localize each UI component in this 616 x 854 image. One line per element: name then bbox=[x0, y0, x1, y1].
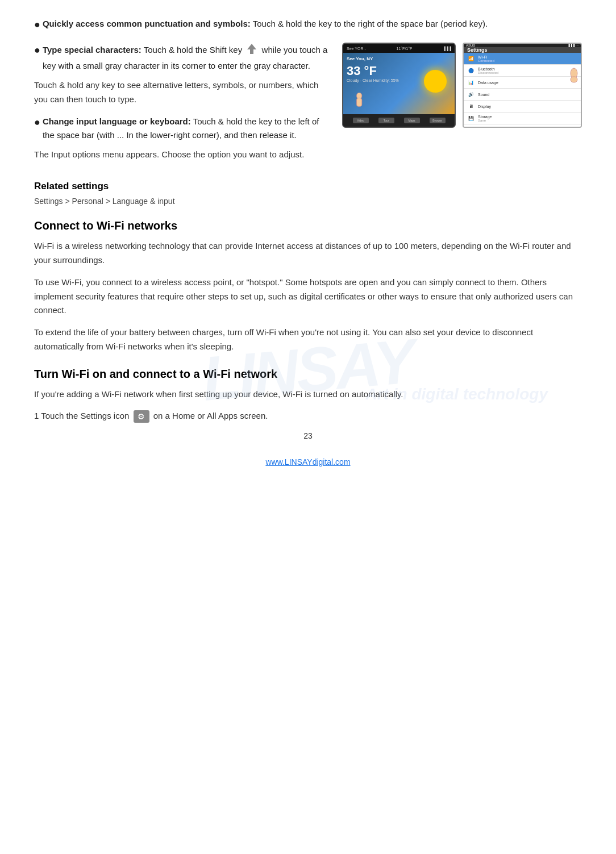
screen1-btn-maps: Maps bbox=[404, 118, 420, 123]
weather-screen: See YOR - 11°F/1°F ▐▐▐ See You, NY 33 °F… bbox=[342, 43, 456, 128]
bullet-dot-1: ● bbox=[34, 17, 40, 32]
step1-before: 1 Touch the Settings icon bbox=[34, 411, 132, 420]
settings-icon-inline: ⚙ bbox=[134, 410, 149, 423]
step1-after: on a Home or All Apps screen. bbox=[151, 411, 268, 420]
settings-title-label: Settings bbox=[467, 47, 488, 53]
screen1-btn-tour: Tour bbox=[378, 118, 394, 123]
settings-title-bar: Settings bbox=[464, 47, 581, 53]
para2-text: The Input options menu appears. Choose t… bbox=[34, 148, 331, 162]
sun-icon bbox=[424, 70, 447, 93]
bullet-text-change: Change input language or keyboard: Touch… bbox=[43, 115, 331, 142]
settings-data-label: Data usage bbox=[478, 81, 577, 85]
turn-wifi-para1: If you're adding a Wi-Fi network when fi… bbox=[34, 388, 582, 402]
bullet-punctuation: ● Quickly access common punctuation and … bbox=[34, 17, 582, 32]
screen1-btn-browse: Browse bbox=[430, 118, 446, 123]
settings-wifi-sub: Connected bbox=[478, 59, 577, 63]
screen1-signal: ▐▐▐ bbox=[443, 47, 451, 51]
screen1-location: See YOR - bbox=[347, 47, 366, 51]
settings-item-sound: 🔊 Sound bbox=[464, 89, 581, 101]
svg-rect-5 bbox=[571, 77, 577, 82]
turn-wifi-heading: Turn Wi-Fi on and connect to a Wi-Fi net… bbox=[34, 368, 582, 381]
finger-pointer-icon bbox=[564, 68, 581, 84]
wifi-para3: To extend the life of your battery betwe… bbox=[34, 326, 582, 354]
wifi-settings-icon: 📶 bbox=[467, 55, 475, 63]
settings-sound-label: Sound bbox=[478, 93, 577, 97]
settings-item-display: 🖥 Display bbox=[464, 101, 581, 113]
page-footer: www.LINSAYdigital.com bbox=[34, 457, 582, 466]
turn-wifi-section: Turn Wi-Fi on and connect to a Wi-Fi net… bbox=[34, 368, 582, 424]
screen1-weather: See You, NY 33 °F Cloudy - Clear Humidit… bbox=[343, 53, 455, 114]
settings-storage-sub: Sane bbox=[478, 119, 577, 122]
page-number: 23 bbox=[34, 431, 582, 440]
related-settings-heading: Related settings bbox=[34, 181, 582, 192]
special-chars-text-col: ● Type special characters: Touch & hold … bbox=[34, 43, 342, 169]
settings-bluetooth-sub: Disconnected bbox=[478, 71, 577, 74]
para1-text: Touch & hold any key to see alternative … bbox=[34, 78, 331, 107]
settings-item-storage: 💾 Storage Sane bbox=[464, 113, 581, 124]
bullet-text-punctuation: Quickly access common punctuation and sy… bbox=[43, 17, 582, 31]
svg-rect-3 bbox=[357, 102, 361, 106]
related-settings-path: Settings > Personal > Language & input bbox=[34, 197, 582, 206]
screen1-temp-range: 11°F/1°F bbox=[397, 47, 413, 51]
special-chars-section: ● Type special characters: Touch & hold … bbox=[34, 43, 582, 169]
bullet-label-punctuation: Quickly access common punctuation and sy… bbox=[43, 19, 251, 28]
screen1-btn-video: Video bbox=[353, 118, 369, 123]
shift-arrow-icon bbox=[246, 43, 257, 59]
settings-wifi-label: Wi-Fi bbox=[478, 55, 577, 59]
bullet-label-change: Change input language or keyboard: bbox=[43, 116, 191, 126]
finger-tap-icon bbox=[353, 93, 367, 110]
settings-screen: ASUS ▐▐▐ ··· Settings 📶 Wi-Fi bbox=[463, 43, 582, 128]
bullet-dot-3: ● bbox=[34, 115, 40, 130]
device-screenshots: See YOR - 11°F/1°F ▐▐▐ See You, NY 33 °F… bbox=[342, 43, 582, 128]
bullet-text-special: Type special characters: Touch & hold th… bbox=[43, 43, 331, 73]
bluetooth-settings-icon: 🔵 bbox=[467, 66, 475, 74]
data-settings-icon: 📊 bbox=[467, 78, 475, 86]
wifi-para2: To use Wi-Fi, you connect to a wireless … bbox=[34, 276, 582, 318]
settings-display-label: Display bbox=[478, 105, 577, 109]
settings-bluetooth-label: Bluetooth bbox=[478, 67, 577, 71]
footer-url[interactable]: www.LINSAYdigital.com bbox=[265, 457, 350, 466]
bullet-dot-2: ● bbox=[34, 43, 40, 58]
svg-marker-0 bbox=[247, 44, 256, 54]
bullet-change-input: ● Change input language or keyboard: Tou… bbox=[34, 115, 331, 142]
screen1-city: See You, NY bbox=[347, 56, 451, 61]
related-settings: Related settings Settings > Personal > L… bbox=[34, 181, 582, 206]
bullet-label-special: Type special characters: bbox=[43, 45, 141, 55]
settings-item-wifi: 📶 Wi-Fi Connected bbox=[464, 53, 581, 65]
battery-settings-icon: 🔋 bbox=[467, 126, 475, 128]
sound-settings-icon: 🔊 bbox=[467, 90, 475, 98]
wifi-para1: Wi-Fi is a wireless networking technolog… bbox=[34, 239, 582, 268]
display-settings-icon: 🖥 bbox=[467, 102, 475, 110]
settings-item-battery: 🔋 Battery bbox=[464, 124, 581, 128]
wifi-section-heading: Connect to Wi-Fi networks bbox=[34, 219, 582, 232]
screen1-top-bar: See YOR - 11°F/1°F ▐▐▐ bbox=[343, 44, 455, 53]
settings-storage-label: Storage bbox=[478, 115, 577, 119]
storage-settings-icon: 💾 bbox=[467, 114, 475, 122]
bullet-special: ● Type special characters: Touch & hold … bbox=[34, 43, 331, 73]
wifi-section: Connect to Wi-Fi networks Wi-Fi is a wir… bbox=[34, 219, 582, 353]
turn-wifi-step1: 1 Touch the Settings icon ⚙ on a Home or… bbox=[34, 409, 582, 423]
screen1-bottom-bar: Video Tour Maps Browse bbox=[343, 114, 455, 127]
